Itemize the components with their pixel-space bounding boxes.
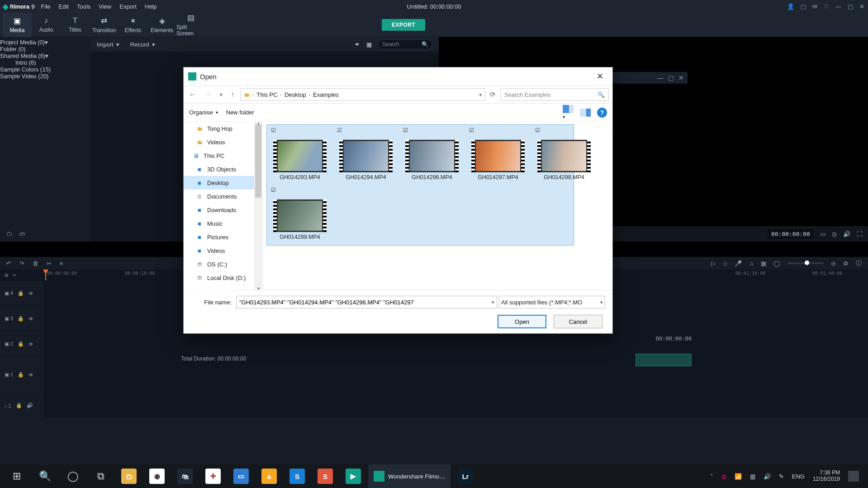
export-button[interactable]: EXPORT bbox=[382, 19, 425, 31]
close-icon[interactable]: ✕ bbox=[859, 3, 864, 10]
mixer-icon[interactable]: ♫ bbox=[749, 260, 754, 267]
track-manage-icon[interactable]: ⊞ bbox=[5, 273, 8, 278]
nav-up-icon[interactable]: ↑ bbox=[229, 90, 236, 99]
open-button[interactable]: Open bbox=[498, 315, 546, 328]
filename-input[interactable] bbox=[236, 296, 497, 308]
crumb-segment[interactable]: Examples bbox=[313, 91, 339, 98]
file-grid[interactable]: ☑GH014293.MP4☑GH014294.MP4☑GH014296.MP4☑… bbox=[263, 122, 612, 290]
fullscreen-icon[interactable]: ⛶ bbox=[857, 231, 863, 237]
media-search-input[interactable]: Search 🔍 bbox=[378, 39, 432, 49]
tray-app-icon[interactable]: ◍ bbox=[721, 473, 726, 480]
chevron-down-icon[interactable]: ▾ bbox=[479, 91, 482, 98]
tree-node[interactable]: ■Videos bbox=[184, 244, 262, 257]
dialog-search-input[interactable]: Search Examples 🔍 bbox=[500, 88, 609, 101]
undo-icon[interactable]: ↶ bbox=[6, 260, 11, 267]
nav-back-icon[interactable]: ← bbox=[187, 90, 198, 99]
tree-node[interactable]: 🖿Videos bbox=[184, 135, 262, 149]
taskbar-active-app[interactable]: Wondershare Filmo… bbox=[368, 464, 451, 488]
view-mode-button[interactable]: ▾ bbox=[563, 105, 574, 120]
settings-icon[interactable]: ⚙ bbox=[843, 260, 849, 267]
checkbox-icon[interactable]: ☑ bbox=[337, 127, 344, 134]
menu-view[interactable]: View bbox=[99, 3, 111, 10]
taskbar-clock[interactable]: 7:36 PM 12/16/2019 bbox=[813, 470, 840, 483]
file-thumbnail[interactable]: ☑GH014296.MP4 bbox=[400, 125, 464, 180]
search-button[interactable]: 🔍 bbox=[32, 464, 58, 488]
taskbar-app-lightroom[interactable]: Lr bbox=[452, 464, 479, 488]
tree-node[interactable]: 🖿Tong Hop bbox=[184, 122, 262, 135]
wifi-icon[interactable]: 📶 bbox=[735, 473, 742, 480]
bg-maximize-icon[interactable]: ▢ bbox=[668, 74, 674, 81]
record-dropdown[interactable]: Record▾ bbox=[130, 41, 155, 48]
tree-node[interactable]: ■Music bbox=[184, 217, 262, 230]
lock-icon[interactable]: 🔒 bbox=[18, 316, 24, 322]
volume-icon[interactable]: 🔊 bbox=[764, 473, 771, 480]
refresh-icon[interactable]: ⟳ bbox=[490, 90, 496, 99]
scroll-thumb[interactable] bbox=[255, 124, 261, 198]
taskbar-app[interactable]: ▭ bbox=[228, 464, 254, 488]
lock-icon[interactable]: 🔒 bbox=[18, 341, 24, 347]
crumb-segment[interactable]: Desktop bbox=[285, 91, 306, 98]
tree-project-media[interactable]: Project Media (0)▾ bbox=[0, 39, 90, 46]
file-thumbnail[interactable]: ☑GH014294.MP4 bbox=[334, 125, 398, 180]
tree-sample-colors[interactable]: Sample Colors (15) bbox=[0, 66, 90, 73]
action-center-icon[interactable] bbox=[848, 471, 859, 482]
dialog-close-icon[interactable]: ✕ bbox=[592, 70, 608, 83]
account-icon[interactable]: 👤 bbox=[787, 3, 794, 10]
lock-icon[interactable]: 🔒 bbox=[16, 403, 22, 408]
menu-help[interactable]: Help bbox=[145, 3, 157, 10]
taskbar-app[interactable]: ▶ bbox=[340, 464, 366, 488]
import-dropdown[interactable]: Import▾ bbox=[97, 41, 119, 48]
tree-node[interactable]: ■3D Objects bbox=[184, 162, 262, 176]
new-folder-button[interactable]: New folder bbox=[226, 109, 254, 116]
eye-icon[interactable]: 👁 bbox=[28, 291, 33, 296]
adjust-icon[interactable]: ≡ bbox=[60, 260, 63, 267]
track-body[interactable] bbox=[43, 332, 868, 356]
chevron-down-icon[interactable]: ▾ bbox=[492, 299, 494, 305]
mail-icon[interactable]: ✉ bbox=[812, 3, 817, 10]
snapshot-icon[interactable]: ◎ bbox=[832, 231, 837, 237]
bg-minimize-icon[interactable]: — bbox=[657, 74, 664, 81]
tree-node[interactable]: 🖥This PC bbox=[184, 149, 262, 162]
tree-folder[interactable]: Folder (0) bbox=[0, 46, 90, 52]
info-icon[interactable]: ⓘ bbox=[856, 259, 862, 267]
tree-node[interactable]: 🗎Documents bbox=[184, 190, 262, 203]
tool-titles[interactable]: TTitles bbox=[61, 13, 90, 37]
new-folder-icon[interactable]: 🗀 bbox=[6, 230, 12, 237]
tree-node[interactable]: ■Pictures bbox=[184, 230, 262, 244]
help-icon[interactable]: ? bbox=[597, 108, 607, 118]
taskbar-app-store[interactable]: 🛍 bbox=[172, 464, 198, 488]
redo-icon[interactable]: ↷ bbox=[19, 260, 24, 267]
file-thumbnail[interactable]: ☑GH014299.MP4 bbox=[268, 185, 332, 240]
lock-icon[interactable]: 🔒 bbox=[18, 290, 24, 296]
track-body[interactable] bbox=[43, 357, 868, 393]
taskbar-app[interactable]: S bbox=[284, 464, 310, 488]
start-button[interactable]: ⊞ bbox=[4, 464, 30, 488]
lock-icon[interactable]: 🔒 bbox=[18, 372, 24, 378]
eye-icon[interactable]: 👁 bbox=[28, 372, 33, 378]
tree-node[interactable]: ■Downloads bbox=[184, 203, 262, 217]
bg-close-icon[interactable]: ✕ bbox=[678, 74, 684, 81]
nav-recent-icon[interactable]: ▾ bbox=[218, 91, 224, 99]
battery-icon[interactable]: ▥ bbox=[750, 473, 755, 480]
tool-media[interactable]: ▣Media bbox=[3, 13, 32, 37]
tool-elements[interactable]: ◈Elements bbox=[147, 13, 176, 37]
cut-icon[interactable]: ✂ bbox=[47, 260, 52, 267]
grid-view-icon[interactable]: ▦ bbox=[366, 41, 372, 48]
menu-edit[interactable]: Edit bbox=[59, 3, 69, 10]
tree-node[interactable]: ⛃Local Disk (D:) bbox=[184, 271, 262, 284]
menu-file[interactable]: File bbox=[41, 3, 51, 10]
minimize-icon[interactable]: — bbox=[835, 3, 841, 10]
display-icon[interactable]: ▭ bbox=[820, 231, 825, 237]
layout-icon[interactable]: ▢ bbox=[801, 3, 806, 10]
language-indicator[interactable]: ENG bbox=[792, 473, 805, 480]
crumb-segment[interactable]: This PC bbox=[256, 91, 277, 98]
tree-intro[interactable]: Intro (6) bbox=[0, 59, 90, 66]
taskbar-app-explorer[interactable]: 🗀 bbox=[116, 464, 142, 488]
tool-transition[interactable]: ⇄Transition bbox=[90, 13, 119, 37]
nav-forward-icon[interactable]: → bbox=[203, 90, 213, 99]
taskbar-app[interactable]: ✚ bbox=[200, 464, 226, 488]
taskbar-app-chrome[interactable]: ◉ bbox=[144, 464, 170, 488]
volume-icon[interactable]: 🔊 bbox=[27, 403, 33, 408]
split-icon[interactable]: ✂ bbox=[13, 273, 16, 278]
taskview-button[interactable]: ⧉ bbox=[88, 464, 114, 488]
